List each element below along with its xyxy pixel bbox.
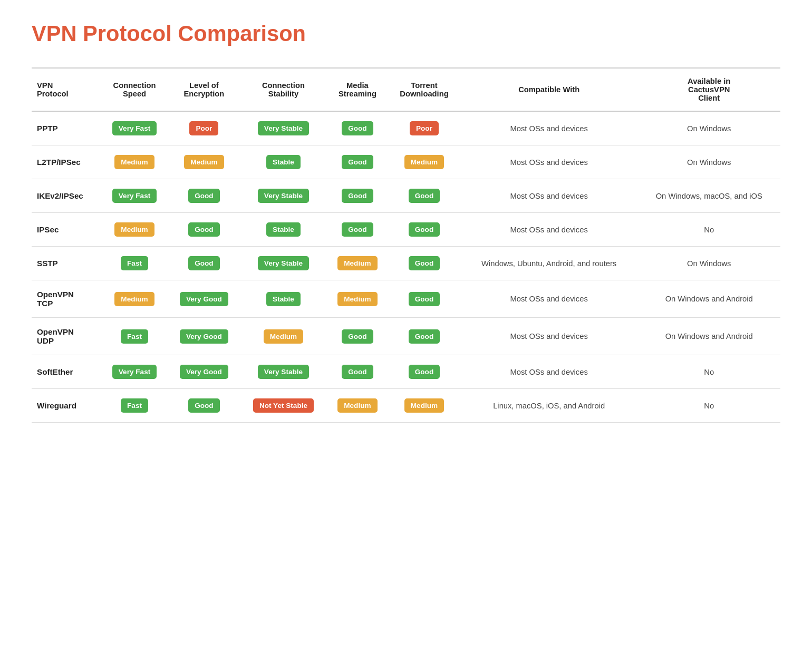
cell-encryption: Poor <box>168 111 240 145</box>
table-row: SSTPFastGoodVery StableMediumGoodWindows… <box>32 247 780 280</box>
badge-stability: Stable <box>266 155 301 169</box>
badge-stability: Very Stable <box>258 189 309 203</box>
badge-streaming: Good <box>342 189 373 203</box>
cell-encryption: Good <box>168 389 240 423</box>
cell-protocol: SSTP <box>32 247 101 280</box>
badge-stability: Not Yet Stable <box>253 398 314 413</box>
badge-speed: Medium <box>114 292 154 306</box>
cell-protocol: PPTP <box>32 111 101 145</box>
cell-compatible: Most OSs and devices <box>460 280 637 318</box>
cell-stability: Very Stable <box>240 247 327 280</box>
cell-speed: Fast <box>101 389 168 423</box>
cell-protocol: IPSec <box>32 213 101 247</box>
column-header-stability: ConnectionStability <box>240 68 327 111</box>
cell-stability: Very Stable <box>240 111 327 145</box>
cell-available: On Windows <box>637 247 780 280</box>
cell-streaming: Good <box>327 145 388 179</box>
cell-streaming: Medium <box>327 389 388 423</box>
cell-encryption: Medium <box>168 145 240 179</box>
column-header-torrent: TorrentDownloading <box>388 68 460 111</box>
cell-encryption: Good <box>168 213 240 247</box>
cell-protocol: IKEv2/IPSec <box>32 179 101 213</box>
cell-protocol: OpenVPNUDP <box>32 318 101 355</box>
cell-torrent: Good <box>388 247 460 280</box>
badge-torrent: Medium <box>404 155 444 169</box>
badge-speed: Very Fast <box>112 189 157 203</box>
cell-available: No <box>637 213 780 247</box>
badge-torrent: Good <box>409 329 440 344</box>
cell-compatible: Most OSs and devices <box>460 145 637 179</box>
badge-streaming: Medium <box>337 398 377 413</box>
cell-torrent: Good <box>388 318 460 355</box>
cell-speed: Very Fast <box>101 111 168 145</box>
cell-streaming: Good <box>327 111 388 145</box>
cell-protocol: OpenVPNTCP <box>32 280 101 318</box>
badge-speed: Medium <box>114 222 154 237</box>
cell-speed: Very Fast <box>101 179 168 213</box>
cell-torrent: Good <box>388 280 460 318</box>
page-title: VPN Protocol Comparison <box>32 21 780 46</box>
cell-protocol: Wireguard <box>32 389 101 423</box>
badge-speed: Very Fast <box>112 121 157 135</box>
table-row: WireguardFastGoodNot Yet StableMediumMed… <box>32 389 780 423</box>
cell-speed: Very Fast <box>101 355 168 389</box>
table-row: OpenVPNUDPFastVery GoodMediumGoodGoodMos… <box>32 318 780 355</box>
cell-speed: Fast <box>101 318 168 355</box>
cell-stability: Not Yet Stable <box>240 389 327 423</box>
column-header-encryption: Level ofEncryption <box>168 68 240 111</box>
cell-available: On Windows and Android <box>637 280 780 318</box>
badge-torrent: Medium <box>404 398 444 413</box>
column-header-protocol: VPNProtocol <box>32 68 101 111</box>
badge-encryption: Good <box>188 398 220 413</box>
cell-torrent: Good <box>388 213 460 247</box>
cell-encryption: Very Good <box>168 355 240 389</box>
cell-encryption: Good <box>168 247 240 280</box>
table-row: L2TP/IPSecMediumMediumStableGoodMediumMo… <box>32 145 780 179</box>
table-row: IPSecMediumGoodStableGoodGoodMost OSs an… <box>32 213 780 247</box>
table-row: SoftEtherVery FastVery GoodVery StableGo… <box>32 355 780 389</box>
badge-stability: Very Stable <box>258 121 309 135</box>
badge-streaming: Good <box>342 365 373 379</box>
badge-speed: Medium <box>114 155 154 169</box>
badge-torrent: Good <box>409 292 440 306</box>
cell-torrent: Medium <box>388 145 460 179</box>
badge-speed: Fast <box>121 398 148 413</box>
cell-speed: Medium <box>101 213 168 247</box>
cell-stability: Stable <box>240 145 327 179</box>
cell-available: On Windows, macOS, and iOS <box>637 179 780 213</box>
cell-stability: Very Stable <box>240 355 327 389</box>
cell-compatible: Most OSs and devices <box>460 318 637 355</box>
badge-stability: Very Stable <box>258 365 309 379</box>
badge-speed: Very Fast <box>112 365 157 379</box>
badge-encryption: Very Good <box>180 292 228 306</box>
cell-torrent: Good <box>388 355 460 389</box>
badge-encryption: Poor <box>189 121 218 135</box>
badge-streaming: Good <box>342 121 373 135</box>
badge-speed: Fast <box>121 329 148 344</box>
badge-streaming: Medium <box>337 292 377 306</box>
cell-available: On Windows <box>637 111 780 145</box>
cell-available: On Windows <box>637 145 780 179</box>
cell-compatible: Most OSs and devices <box>460 111 637 145</box>
badge-stability: Stable <box>266 222 301 237</box>
cell-streaming: Good <box>327 318 388 355</box>
badge-torrent: Good <box>409 365 440 379</box>
badge-encryption: Good <box>188 189 220 203</box>
cell-stability: Very Stable <box>240 179 327 213</box>
cell-encryption: Very Good <box>168 280 240 318</box>
cell-available: No <box>637 355 780 389</box>
cell-torrent: Medium <box>388 389 460 423</box>
cell-streaming: Medium <box>327 247 388 280</box>
badge-encryption: Very Good <box>180 365 228 379</box>
column-header-available: Available inCactusVPNClient <box>637 68 780 111</box>
badge-stability: Very Stable <box>258 256 309 270</box>
cell-streaming: Medium <box>327 280 388 318</box>
cell-streaming: Good <box>327 179 388 213</box>
table-row: PPTPVery FastPoorVery StableGoodPoorMost… <box>32 111 780 145</box>
badge-streaming: Medium <box>337 256 377 270</box>
cell-encryption: Good <box>168 179 240 213</box>
column-header-compatible: Compatible With <box>460 68 637 111</box>
cell-speed: Medium <box>101 280 168 318</box>
cell-stability: Medium <box>240 318 327 355</box>
badge-encryption: Very Good <box>180 329 228 344</box>
